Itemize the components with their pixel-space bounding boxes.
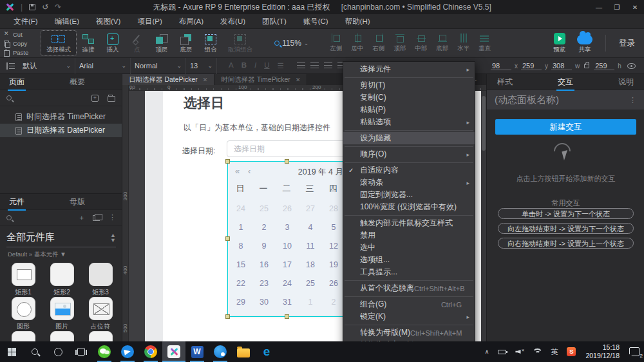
widget-item[interactable]: 图片 [43,297,81,331]
widget-item[interactable]: 占位符 [81,297,120,331]
pages-panel-tab[interactable]: 概要 [68,74,86,90]
widget-item[interactable]: 圆形 [4,297,43,331]
messenger-app-button[interactable] [116,341,139,362]
context-menu-item[interactable]: ✓ 禁用 ▸ [343,229,475,242]
calendar-day[interactable]: 29 [229,293,252,312]
tool-button[interactable]: 选择模式 [41,31,76,55]
action-center-button[interactable]: 2 [625,341,644,362]
context-menu-item[interactable]: ✓ 选项组... ▸ [343,254,475,266]
maximize-button[interactable]: ❐ [608,0,626,14]
common-interaction-button[interactable]: 单击时 -> 设置为下一个状态 [498,208,634,219]
tool-button[interactable]: 插入 [100,31,125,55]
login-button[interactable]: 登录 [615,38,644,49]
cortana-button[interactable] [46,341,70,362]
zoom-control[interactable]: 115% ⌄ [274,39,308,48]
add-library-icon[interactable]: + [80,214,84,222]
width-field[interactable]: 308 [551,62,572,70]
calendar-day[interactable]: 2 [252,218,276,237]
search-icon[interactable] [6,215,12,220]
inspector-tab[interactable]: 交互 [556,74,574,90]
prev-year-icon[interactable]: « [235,166,240,176]
minimize-button[interactable]: — [590,0,608,14]
undo-icon[interactable]: ↺ [42,3,48,11]
calendar-day[interactable]: 28 [322,200,345,218]
redo-icon[interactable]: ↷ [55,3,61,11]
canvas-tab[interactable]: 时间选择器 TimePicker ✕ [214,74,307,85]
calendar-day[interactable]: 5 [322,218,345,237]
calendar-day[interactable]: 19 [322,256,345,274]
menu-bar-item[interactable]: 团队(T) [255,17,294,26]
bullet-list-button[interactable]: ☰ [278,61,284,70]
word-app-button[interactable]: W [185,341,209,362]
widget-item[interactable] [81,331,120,341]
close-tab-icon[interactable]: ✕ [296,77,301,83]
align-button[interactable]: 顶部 [390,32,409,55]
axure-app-button[interactable] [162,341,185,362]
align-button[interactable]: 右侧 [369,32,388,55]
align-button[interactable]: 中部 [412,32,430,55]
calendar-day[interactable]: 26 [276,200,299,218]
context-menu-item[interactable]: ✓ 选中 ▸ [343,242,475,254]
date-input[interactable] [227,140,346,157]
battery-icon[interactable] [493,341,511,362]
menu-bar-item[interactable]: 文件(F) [6,17,45,26]
prev-month-icon[interactable]: ‹ [248,166,251,176]
calendar-day[interactable]: 25 [299,274,322,293]
context-menu-item[interactable]: ✓ 设为隐藏 ▸ [343,132,475,144]
inspector-tab[interactable]: 说明 [617,74,635,90]
calendar-day[interactable]: 26 [322,274,345,293]
clipboard-button[interactable]: Copy [4,39,36,48]
tool-button[interactable]: 组合 [198,31,223,55]
calendar-day[interactable]: 10 [276,237,299,256]
menu-bar-item[interactable]: 账号(C) [296,17,336,26]
start-button[interactable] [0,341,23,362]
context-menu-item[interactable]: ✓ 转换为母版(M) Ctrl+Shift+Alt+M ▸ [343,327,475,339]
calendar-day[interactable]: 11 [299,237,322,256]
context-menu-item[interactable]: ✓ 从首个状态脱离 Ctrl+Shift+Alt+B ▸ [343,282,475,294]
calendar-day[interactable]: 9 [252,237,276,256]
inspector-tab[interactable]: 样式 [496,74,514,90]
wifi-icon[interactable] [527,341,546,362]
library-stack-icon[interactable] [93,215,100,221]
wechat-app-button[interactable] [93,341,116,362]
tool-button[interactable]: 连接 [76,31,100,55]
calendar-day[interactable]: 24 [276,274,299,293]
pages-panel-tab[interactable]: 页面 [8,74,26,90]
context-menu-item[interactable]: ✓ 复制(C) ▸ [343,91,475,104]
calendar-day[interactable]: 1 [229,218,252,237]
style-preset-select[interactable]: 默认⌄ [19,58,75,74]
widgets-panel-tab[interactable]: 元件 [8,194,26,210]
tool-button[interactable]: 顶层 [149,31,174,55]
task-view-button[interactable] [70,341,93,362]
menu-bar-item[interactable]: 帮助(H) [338,17,377,26]
tool-button[interactable]: 底层 [174,31,198,55]
calendar-day[interactable]: 31 [276,293,299,312]
canvas-scrollbar[interactable] [481,91,486,341]
calendar-day[interactable]: 2 [322,293,345,312]
clipboard-button[interactable]: Cut [4,30,36,39]
font-size-select[interactable]: 13⌄ [186,58,217,74]
font-color-button[interactable]: A [229,61,234,70]
align-button[interactable]: 垂直 [475,32,494,55]
edge-app-button[interactable]: e [255,341,278,362]
context-menu-item[interactable]: ✓ 选择元件 ▸ [343,63,475,75]
chrome-app-button[interactable] [139,341,162,362]
calendar-widget[interactable]: « ‹ 2019 年 4 月 日一二三四 2425262728123458910… [229,162,346,316]
calendar-day[interactable]: 22 [229,274,252,293]
context-menu-item[interactable]: ✓ 剪切(T) ▸ [343,79,475,91]
lock-ratio-icon[interactable] [584,64,589,68]
common-interaction-button[interactable]: 向右拖动结束时 -> 设置为上一个状态 [498,238,634,249]
canvas-tab[interactable]: 日期选择器 DatePicker ✕ [122,74,214,85]
font-weight-select[interactable]: Normal⌄ [131,58,186,74]
align-center-text-button[interactable] [310,62,319,69]
library-breadcrumb[interactable]: Default » 基本元件 ▼ [8,251,115,259]
context-menu-item[interactable]: ✓ 组合(G) Ctrl+G ▸ [343,298,475,310]
calendar-day[interactable]: 18 [299,256,322,274]
height-field[interactable]: 259 [594,62,614,70]
page-list-item[interactable]: 日期选择器 DatePicker [0,124,122,137]
sogou-input-icon[interactable]: S [562,341,580,362]
share-button[interactable]: 共享 [573,32,596,55]
library-select[interactable]: 全部元件库 ▲▼ [6,231,116,247]
calendar-day[interactable]: 23 [252,274,276,293]
y-field[interactable]: 259 [521,62,542,70]
